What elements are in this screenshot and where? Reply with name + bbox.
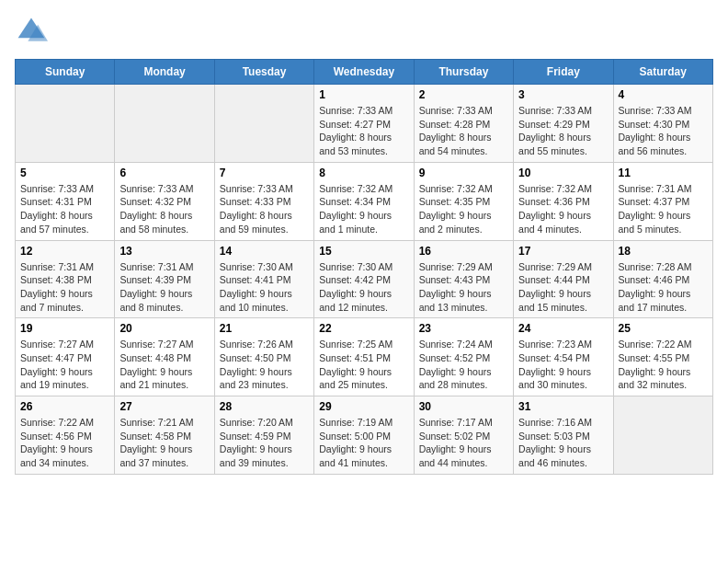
- day-number: 3: [518, 88, 608, 101]
- calendar-cell: 12Sunrise: 7:31 AM Sunset: 4:38 PM Dayli…: [16, 240, 115, 318]
- calendar-cell: 16Sunrise: 7:29 AM Sunset: 4:43 PM Dayli…: [414, 240, 513, 318]
- calendar-cell: 31Sunrise: 7:16 AM Sunset: 5:03 PM Dayli…: [514, 396, 613, 475]
- day-info: Sunrise: 7:30 AM Sunset: 4:41 PM Dayligh…: [220, 260, 309, 315]
- page-header: [15, 15, 713, 48]
- calendar-cell: 9Sunrise: 7:32 AM Sunset: 4:35 PM Daylig…: [414, 162, 513, 240]
- day-number: 5: [20, 167, 109, 179]
- weekday-header-tuesday: Tuesday: [214, 60, 313, 85]
- calendar-cell: 30Sunrise: 7:17 AM Sunset: 5:02 PM Dayli…: [414, 396, 513, 475]
- day-number: 4: [619, 88, 708, 101]
- day-info: Sunrise: 7:16 AM Sunset: 5:03 PM Dayligh…: [518, 416, 608, 470]
- calendar-table: SundayMondayTuesdayWednesdayThursdayFrid…: [15, 59, 713, 475]
- day-number: 1: [319, 88, 408, 101]
- day-info: Sunrise: 7:21 AM Sunset: 4:58 PM Dayligh…: [119, 416, 209, 470]
- calendar-cell: 26Sunrise: 7:22 AM Sunset: 4:56 PM Dayli…: [16, 396, 115, 475]
- day-number: 6: [119, 167, 209, 179]
- calendar-cell: 3Sunrise: 7:33 AM Sunset: 4:29 PM Daylig…: [514, 85, 613, 163]
- calendar-cell: 21Sunrise: 7:26 AM Sunset: 4:50 PM Dayli…: [214, 318, 313, 396]
- day-info: Sunrise: 7:19 AM Sunset: 5:00 PM Dayligh…: [319, 416, 408, 470]
- day-number: 2: [419, 88, 508, 101]
- calendar-cell: 6Sunrise: 7:33 AM Sunset: 4:32 PM Daylig…: [115, 162, 214, 240]
- day-number: 18: [619, 245, 708, 258]
- calendar-cell: 11Sunrise: 7:31 AM Sunset: 4:37 PM Dayli…: [613, 162, 712, 240]
- day-info: Sunrise: 7:33 AM Sunset: 4:33 PM Dayligh…: [220, 182, 309, 236]
- day-info: Sunrise: 7:20 AM Sunset: 4:59 PM Dayligh…: [220, 416, 309, 470]
- day-info: Sunrise: 7:29 AM Sunset: 4:43 PM Dayligh…: [419, 260, 508, 315]
- calendar-cell: 15Sunrise: 7:30 AM Sunset: 4:42 PM Dayli…: [314, 240, 414, 318]
- day-number: 26: [20, 400, 109, 413]
- day-info: Sunrise: 7:30 AM Sunset: 4:42 PM Dayligh…: [319, 260, 408, 315]
- day-number: 30: [419, 400, 508, 413]
- calendar-cell: [214, 85, 313, 163]
- calendar-cell: [115, 85, 214, 163]
- day-number: 22: [319, 322, 408, 335]
- calendar-cell: 19Sunrise: 7:27 AM Sunset: 4:47 PM Dayli…: [16, 318, 115, 396]
- calendar-cell: 24Sunrise: 7:23 AM Sunset: 4:54 PM Dayli…: [514, 318, 613, 396]
- day-info: Sunrise: 7:17 AM Sunset: 5:02 PM Dayligh…: [419, 416, 508, 470]
- day-info: Sunrise: 7:33 AM Sunset: 4:28 PM Dayligh…: [419, 104, 508, 158]
- day-info: Sunrise: 7:32 AM Sunset: 4:36 PM Dayligh…: [518, 182, 608, 236]
- calendar-cell: 29Sunrise: 7:19 AM Sunset: 5:00 PM Dayli…: [314, 396, 414, 475]
- day-number: 12: [20, 245, 109, 258]
- day-info: Sunrise: 7:31 AM Sunset: 4:39 PM Dayligh…: [119, 260, 209, 315]
- calendar-cell: 25Sunrise: 7:22 AM Sunset: 4:55 PM Dayli…: [613, 318, 712, 396]
- calendar-cell: 17Sunrise: 7:29 AM Sunset: 4:44 PM Dayli…: [514, 240, 613, 318]
- day-number: 14: [220, 245, 309, 258]
- calendar-cell: 7Sunrise: 7:33 AM Sunset: 4:33 PM Daylig…: [214, 162, 313, 240]
- calendar-cell: 8Sunrise: 7:32 AM Sunset: 4:34 PM Daylig…: [314, 162, 414, 240]
- day-info: Sunrise: 7:27 AM Sunset: 4:47 PM Dayligh…: [20, 338, 109, 392]
- day-number: 16: [419, 245, 508, 258]
- calendar-cell: 13Sunrise: 7:31 AM Sunset: 4:39 PM Dayli…: [115, 240, 214, 318]
- day-number: 8: [319, 167, 408, 179]
- calendar-cell: 28Sunrise: 7:20 AM Sunset: 4:59 PM Dayli…: [214, 396, 313, 475]
- day-info: Sunrise: 7:33 AM Sunset: 4:31 PM Dayligh…: [20, 182, 109, 236]
- logo: [15, 15, 51, 48]
- weekday-header-monday: Monday: [115, 60, 214, 85]
- day-number: 25: [619, 322, 708, 335]
- day-info: Sunrise: 7:28 AM Sunset: 4:46 PM Dayligh…: [619, 260, 708, 315]
- calendar-cell: 4Sunrise: 7:33 AM Sunset: 4:30 PM Daylig…: [613, 85, 712, 163]
- calendar-cell: [613, 396, 712, 475]
- weekday-header-saturday: Saturday: [613, 60, 712, 85]
- day-number: 13: [119, 245, 209, 258]
- day-number: 29: [319, 400, 408, 413]
- weekday-header-thursday: Thursday: [414, 60, 513, 85]
- day-info: Sunrise: 7:33 AM Sunset: 4:29 PM Dayligh…: [518, 104, 608, 158]
- day-info: Sunrise: 7:31 AM Sunset: 4:37 PM Dayligh…: [619, 182, 708, 236]
- day-number: 7: [220, 167, 309, 179]
- calendar-cell: 1Sunrise: 7:33 AM Sunset: 4:27 PM Daylig…: [314, 85, 414, 163]
- calendar-cell: 14Sunrise: 7:30 AM Sunset: 4:41 PM Dayli…: [214, 240, 313, 318]
- day-number: 20: [119, 322, 209, 335]
- day-number: 9: [419, 167, 508, 179]
- calendar-cell: 22Sunrise: 7:25 AM Sunset: 4:51 PM Dayli…: [314, 318, 414, 396]
- calendar-cell: 10Sunrise: 7:32 AM Sunset: 4:36 PM Dayli…: [514, 162, 613, 240]
- day-number: 23: [419, 322, 508, 335]
- weekday-header-friday: Friday: [514, 60, 613, 85]
- day-number: 11: [619, 167, 708, 179]
- calendar-cell: 27Sunrise: 7:21 AM Sunset: 4:58 PM Dayli…: [115, 396, 214, 475]
- day-number: 19: [20, 322, 109, 335]
- day-info: Sunrise: 7:24 AM Sunset: 4:52 PM Dayligh…: [419, 338, 508, 392]
- day-info: Sunrise: 7:32 AM Sunset: 4:35 PM Dayligh…: [419, 182, 508, 236]
- calendar-cell: 5Sunrise: 7:33 AM Sunset: 4:31 PM Daylig…: [16, 162, 115, 240]
- calendar-cell: [16, 85, 115, 163]
- day-info: Sunrise: 7:31 AM Sunset: 4:38 PM Dayligh…: [20, 260, 109, 315]
- day-number: 31: [518, 400, 608, 413]
- day-info: Sunrise: 7:23 AM Sunset: 4:54 PM Dayligh…: [518, 338, 608, 392]
- day-number: 27: [119, 400, 209, 413]
- day-info: Sunrise: 7:27 AM Sunset: 4:48 PM Dayligh…: [119, 338, 209, 392]
- day-number: 28: [220, 400, 309, 413]
- day-info: Sunrise: 7:33 AM Sunset: 4:27 PM Dayligh…: [319, 104, 408, 158]
- calendar-cell: 2Sunrise: 7:33 AM Sunset: 4:28 PM Daylig…: [414, 85, 513, 163]
- day-info: Sunrise: 7:22 AM Sunset: 4:56 PM Dayligh…: [20, 416, 109, 470]
- calendar-cell: 18Sunrise: 7:28 AM Sunset: 4:46 PM Dayli…: [613, 240, 712, 318]
- calendar-cell: 23Sunrise: 7:24 AM Sunset: 4:52 PM Dayli…: [414, 318, 513, 396]
- day-info: Sunrise: 7:22 AM Sunset: 4:55 PM Dayligh…: [619, 338, 708, 392]
- weekday-header-wednesday: Wednesday: [314, 60, 414, 85]
- day-info: Sunrise: 7:32 AM Sunset: 4:34 PM Dayligh…: [319, 182, 408, 236]
- day-number: 21: [220, 322, 309, 335]
- day-number: 15: [319, 245, 408, 258]
- day-info: Sunrise: 7:33 AM Sunset: 4:32 PM Dayligh…: [119, 182, 209, 236]
- day-number: 10: [518, 167, 608, 179]
- day-info: Sunrise: 7:25 AM Sunset: 4:51 PM Dayligh…: [319, 338, 408, 392]
